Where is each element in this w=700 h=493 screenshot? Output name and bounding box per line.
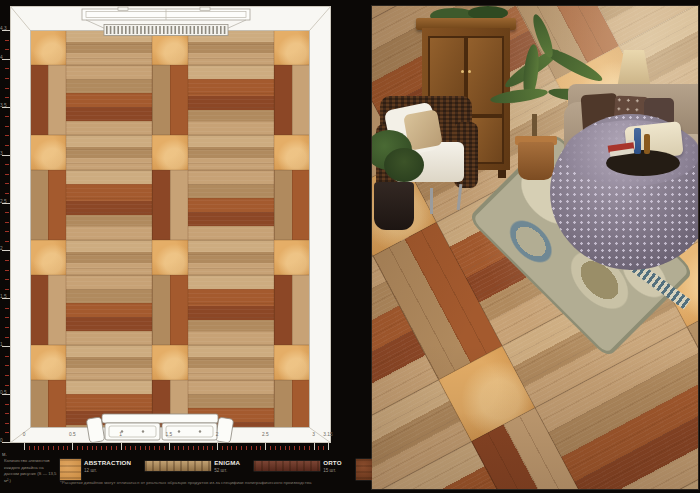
design-qty: 52 шт.: [214, 468, 240, 473]
ruler-tick: [43, 446, 44, 450]
ruler-tick: [265, 443, 266, 450]
ruler-label: 4.3: [0, 27, 7, 32]
ruler-tick: [2, 394, 10, 395]
ruler-tick: [24, 443, 25, 450]
ruler-tick: [53, 446, 54, 450]
ruler-label: 3: [0, 152, 3, 157]
ruler-tick: [5, 88, 9, 89]
ruler-tick: [2, 30, 10, 31]
ruler-label: 0: [0, 439, 3, 444]
ruler-tick: [5, 423, 9, 424]
legend-item: ENIGMA52 шт.: [145, 459, 240, 473]
ruler-tick: [149, 446, 150, 450]
ruler-tick: [227, 446, 228, 450]
ruler-tick: [2, 155, 10, 156]
ruler-label: 2.5: [0, 200, 7, 205]
ruler-tick: [5, 260, 9, 261]
ruler-tick: [38, 446, 39, 450]
ruler-tick: [5, 164, 9, 165]
ruler-tick: [5, 231, 9, 232]
ruler-tick: [328, 443, 329, 450]
window-radiator-schematic: [82, 7, 250, 36]
ruler-tick: [188, 446, 189, 450]
ruler-tick: [5, 212, 9, 213]
ruler-tick: [5, 135, 9, 136]
ruler-tick: [2, 442, 10, 443]
ruler-tick: [5, 78, 9, 79]
ruler-tick: [159, 446, 160, 450]
ruler-tick: [231, 446, 232, 450]
ruler-tick: [5, 317, 9, 318]
ruler-tick: [154, 446, 155, 450]
ruler-tick: [5, 183, 9, 184]
ruler-tick: [63, 446, 64, 450]
ruler-tick: [92, 446, 93, 450]
ruler-tick: [5, 222, 9, 223]
ruler-label: 2: [0, 247, 3, 252]
ruler-tick: [323, 446, 324, 450]
ruler-tick: [77, 446, 78, 450]
ruler-tick: [29, 446, 30, 450]
design-name: ORTO: [323, 459, 342, 466]
room-photo: [371, 5, 699, 490]
design-swatch: [254, 461, 320, 471]
ruler-tick: [251, 446, 252, 450]
ruler-tick: [135, 446, 136, 450]
ruler-tick: [304, 446, 305, 450]
ruler-tick: [270, 446, 271, 450]
design-qty: 15 шт.: [323, 468, 342, 473]
ruler-tick: [125, 446, 126, 450]
side-plant-leaves: [384, 148, 424, 182]
ruler-tick: [2, 250, 10, 251]
legend-footnote: *Расцветки дизайнов могут отличаться от …: [60, 480, 380, 485]
legend-item-text: ORTO15 шт.: [323, 459, 342, 473]
ruler-tick: [5, 97, 9, 98]
ruler-tick: [145, 446, 146, 450]
bottle: [644, 134, 650, 154]
design-name: ENIGMA: [214, 459, 240, 466]
ruler-tick: [101, 446, 102, 450]
ruler-unit-label: м.: [2, 451, 7, 457]
ruler-tick: [2, 298, 10, 299]
ruler-tick: [203, 446, 204, 450]
ruler-tick: [314, 443, 315, 450]
ruler-tick: [198, 446, 199, 450]
ruler-tick: [140, 446, 141, 450]
ruler-tick: [5, 365, 9, 366]
plan-frame: [10, 6, 331, 443]
ruler-label: 1.5: [0, 295, 7, 300]
ruler-tick: [34, 446, 35, 450]
ruler-tick: [183, 446, 184, 450]
ruler-tick: [5, 145, 9, 146]
ruler-tick: [294, 446, 295, 450]
ruler-tick: [5, 308, 9, 309]
ruler-tick: [285, 446, 286, 450]
ruler-tick: [236, 446, 237, 450]
ruler-tick: [116, 446, 117, 450]
ruler-tick: [193, 446, 194, 450]
design-swatch: [60, 459, 81, 480]
armoire-leg: [498, 170, 506, 178]
ruler-tick: [318, 446, 319, 450]
ruler-tick: [5, 40, 9, 41]
ruler-tick: [2, 203, 10, 204]
ruler-tick: [5, 49, 9, 50]
design-swatch: [145, 461, 211, 471]
ruler-tick: [241, 446, 242, 450]
ruler-tick: [2, 59, 10, 60]
ruler-tick: [48, 446, 49, 450]
ruler-tick: [130, 446, 131, 450]
ruler-tick: [5, 126, 9, 127]
ruler-tick: [5, 289, 9, 290]
chair-leg: [430, 188, 433, 214]
ruler-tick: [222, 446, 223, 450]
ruler-label: 3.5: [0, 104, 7, 109]
plan-schematics: [10, 6, 331, 443]
floor-plan-panel: [10, 6, 331, 443]
ruler-tick: [5, 279, 9, 280]
ruler-tick: [309, 446, 310, 450]
bottle: [634, 128, 641, 154]
side-plant-pot: [374, 182, 414, 230]
legend-note: Количество элементов каждого дизайна на …: [4, 458, 59, 485]
ruler-tick: [5, 375, 9, 376]
